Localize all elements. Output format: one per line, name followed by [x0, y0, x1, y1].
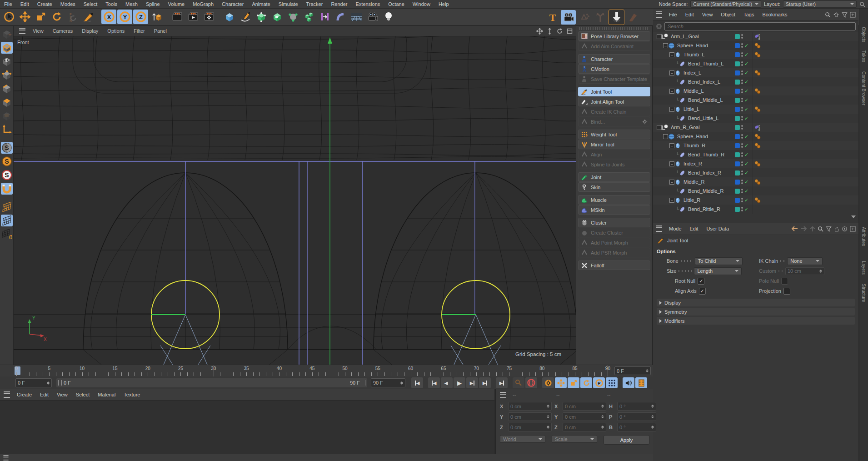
tree-row[interactable]: └Bend_Middle_R✓	[653, 186, 858, 195]
weights-manager-icon[interactable]	[609, 10, 624, 25]
menu-render[interactable]: Render	[327, 1, 351, 7]
timeline-filmstrip-button[interactable]	[635, 377, 647, 388]
preview-range-slider[interactable]: 0 F 90 F	[56, 378, 367, 387]
next-frame-button[interactable]: ▶	[466, 377, 478, 388]
snap-modes-icon[interactable]: S	[1, 169, 13, 181]
layer-color-chip[interactable]	[735, 89, 740, 94]
spinner-icon[interactable]	[547, 426, 549, 429]
visibility-dots-icon[interactable]	[741, 125, 743, 130]
hamburger-icon[interactable]	[4, 391, 10, 398]
menu-modes[interactable]: Modes	[56, 1, 80, 7]
node-space-select[interactable]: Current (Standard/Physical)	[690, 0, 761, 8]
expander-icon[interactable]: –	[663, 43, 668, 48]
layer-color-chip[interactable]	[735, 70, 740, 75]
viewport-menu-options[interactable]: Options	[103, 28, 129, 34]
palette-item-skin[interactable]: Skin	[578, 182, 650, 192]
gear-icon[interactable]	[642, 119, 648, 125]
panel-tab-structure[interactable]: Structure	[861, 284, 866, 302]
layer-color-chip[interactable]	[735, 207, 740, 212]
layer-color-chip[interactable]	[735, 161, 740, 166]
select-tool-icon[interactable]	[1, 10, 16, 24]
keyframe-settings-button[interactable]	[542, 377, 554, 388]
spinner-icon[interactable]	[400, 381, 403, 385]
tree-row[interactable]: –Middle_L✓	[653, 86, 858, 95]
goto-end-button[interactable]: ▶	[496, 377, 508, 388]
align-workplane-to-selection-icon[interactable]: ()	[1, 228, 13, 240]
size-select[interactable]: Length	[694, 267, 742, 275]
key-pla-button[interactable]	[606, 377, 618, 388]
layer-color-chip[interactable]	[735, 107, 740, 112]
workplane-icon[interactable]	[1, 201, 13, 213]
layer-color-chip[interactable]	[735, 43, 740, 48]
palette-item-muscle[interactable]: Muscle	[578, 195, 650, 205]
tree-row[interactable]: –Index_L✓	[653, 68, 858, 77]
move-tool-icon[interactable]	[17, 10, 32, 24]
search-input[interactable]	[664, 22, 856, 30]
layer-color-chip[interactable]	[735, 134, 740, 139]
viewport-menu-panel[interactable]: Panel	[150, 28, 171, 34]
viewport-menu-view[interactable]: View	[28, 28, 48, 34]
palette-item-pose-library-browser[interactable]: Pose Library Browser	[578, 31, 650, 41]
volume-builder-icon[interactable]	[285, 10, 300, 24]
layer-color-chip[interactable]	[735, 189, 740, 194]
visibility-dots-icon[interactable]	[741, 52, 743, 58]
hamburger-icon[interactable]	[656, 225, 662, 232]
tree-row[interactable]: –Thumb_L✓	[653, 50, 858, 59]
palette-item-joint-align-tool[interactable]: Joint Align Tool	[578, 97, 650, 106]
layer-color-chip[interactable]	[735, 143, 740, 148]
object-manager-menu-object[interactable]: Object	[717, 12, 739, 17]
palette-item-joint[interactable]: Joint	[578, 172, 650, 182]
menu-animate[interactable]: Animate	[248, 1, 274, 7]
texture-mode-icon[interactable]	[1, 55, 13, 67]
visibility-dots-icon[interactable]	[741, 61, 743, 67]
psr-tag-icon[interactable]: PSR	[754, 124, 761, 131]
layout-select[interactable]: Startup (User)	[783, 0, 857, 8]
panel-tab-layers[interactable]: Layers	[861, 261, 866, 275]
search-icon[interactable]	[818, 226, 823, 232]
key-rotation-button[interactable]	[580, 377, 592, 388]
coordinate-space-select[interactable]: World	[500, 435, 545, 443]
layer-color-chip[interactable]	[735, 198, 740, 203]
visibility-dots-icon[interactable]	[741, 152, 743, 158]
coord-field-scale-y[interactable]: 0 cm	[563, 412, 606, 421]
visibility-dots-icon[interactable]	[741, 170, 743, 176]
hamburger-icon[interactable]	[3, 455, 8, 460]
tree-row[interactable]: └Bend_Little_L✓	[653, 114, 858, 123]
panel-tab-attributes[interactable]: Attributes	[861, 227, 866, 246]
apply-button[interactable]: Apply	[604, 435, 649, 445]
viewport-canvas[interactable]: YXGrid Spacing : 5 cm	[14, 36, 576, 365]
text-tool-icon[interactable]: T	[545, 10, 560, 25]
palette-item-bind-[interactable]: Bind...	[578, 117, 650, 126]
tree-row[interactable]: └Bend_Index_R✓	[653, 168, 858, 177]
clear-search-icon[interactable]	[656, 23, 662, 30]
tree-row[interactable]: └Bend_Rittle_R✓	[653, 205, 858, 214]
render-picture-viewer-icon[interactable]	[185, 10, 200, 24]
layer-color-chip[interactable]	[735, 152, 740, 157]
enabled-check-icon[interactable]: ✓	[744, 143, 748, 149]
lock-x-axis-icon[interactable]: X	[101, 10, 116, 24]
add-cube-object-icon[interactable]	[222, 10, 237, 24]
coord-field-rotation-b[interactable]: 0 °	[617, 423, 656, 431]
layer-color-chip[interactable]	[735, 80, 740, 85]
palette-item-character[interactable]: Character	[578, 54, 650, 64]
hamburger-icon[interactable]	[19, 28, 25, 34]
floor-object-icon[interactable]	[349, 10, 364, 24]
expander-icon[interactable]: –	[669, 180, 674, 185]
viewport-menu-filter[interactable]: Filter	[129, 28, 149, 34]
menu-octane[interactable]: Octane	[384, 1, 408, 7]
panel-tab-objects[interactable]: Objects	[861, 27, 866, 42]
enabled-check-icon[interactable]: ✓	[744, 161, 748, 167]
constraint-tag-icon[interactable]	[754, 142, 761, 149]
layer-color-chip[interactable]	[735, 98, 740, 103]
tree-row[interactable]: └Bend_Thumb_R✓	[653, 150, 858, 159]
menu-help[interactable]: Help	[434, 1, 453, 7]
expander-icon[interactable]: –	[669, 70, 674, 75]
polygon-mode-icon[interactable]	[1, 96, 13, 108]
expander-icon[interactable]: –	[657, 125, 662, 130]
palette-item-create-ik-chain[interactable]: Create IK Chain	[578, 107, 650, 116]
constraint-tag-icon[interactable]	[754, 88, 761, 95]
target-icon[interactable]	[842, 226, 848, 232]
viewport-menu-cameras[interactable]: Cameras	[48, 28, 78, 34]
up-icon[interactable]	[810, 226, 815, 232]
palette-item-weight-tool[interactable]: Weight Tool	[578, 130, 650, 139]
